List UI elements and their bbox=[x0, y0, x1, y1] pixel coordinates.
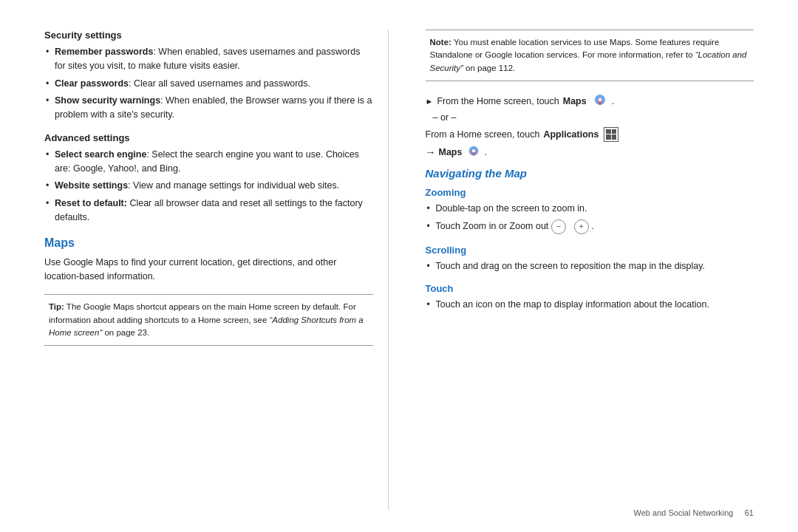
zoom-text-2: Touch Zoom in or Zoom out bbox=[436, 221, 549, 231]
touch-text: Touch an icon on the map to display info… bbox=[436, 299, 709, 310]
zooming-heading: Zooming bbox=[426, 187, 754, 198]
list-item: Select search engine: Select the search … bbox=[44, 148, 373, 176]
maps-section-heading: Maps bbox=[44, 236, 373, 250]
maps-icon-small bbox=[466, 145, 481, 160]
note-box: Note: You must enable location services … bbox=[426, 30, 754, 81]
list-item: Touch Zoom in or Zoom out − + . bbox=[426, 219, 754, 234]
arrow-symbol: → bbox=[426, 146, 436, 158]
zoom-in-icon: + bbox=[574, 219, 589, 234]
note-label: Note: bbox=[430, 38, 451, 47]
list-item: Touch and drag on the screen to repositi… bbox=[426, 259, 754, 273]
period3: . bbox=[591, 221, 593, 231]
triangle-arrow: ► bbox=[426, 97, 434, 106]
footer: Web and Social Networking 61 bbox=[634, 508, 754, 517]
left-column: Security settings Remember passwords: Wh… bbox=[44, 30, 389, 510]
arrow-maps-line: → Maps . bbox=[426, 145, 754, 160]
right-column: Note: You must enable location services … bbox=[418, 30, 754, 510]
zoom-text-1: Double-tap on the screen to zoom in. bbox=[436, 203, 587, 214]
applications-icon bbox=[604, 127, 618, 142]
list-item: Website settings: View and manage settin… bbox=[44, 179, 373, 193]
maps-description: Use Google Maps to find your current loc… bbox=[44, 256, 373, 284]
footer-text: Web and Social Networking bbox=[634, 508, 734, 517]
bullet-bold: Reset to default: bbox=[55, 198, 127, 208]
bullet-bold: Show security warnings bbox=[55, 95, 160, 106]
list-item: Clear passwords: Clear all saved usernam… bbox=[44, 77, 373, 91]
touch-heading: Touch bbox=[426, 283, 754, 294]
zoom-out-icon: − bbox=[551, 219, 566, 234]
from-home2-line: From a Home screen, touch Applications bbox=[426, 127, 754, 142]
advanced-settings-heading: Advanced settings bbox=[44, 132, 373, 143]
scroll-bullets-list: Touch and drag on the screen to repositi… bbox=[426, 259, 754, 273]
advanced-bullets-list: Select search engine: Select the search … bbox=[44, 148, 373, 225]
navigating-map-heading: Navigating the Map bbox=[426, 167, 754, 180]
list-item: Touch an icon on the map to display info… bbox=[426, 298, 754, 312]
footer-page: 61 bbox=[745, 508, 754, 517]
bullet-text: : Clear all saved usernames and password… bbox=[129, 78, 310, 89]
bullet-bold: Select search engine bbox=[55, 149, 146, 160]
period2: . bbox=[484, 147, 486, 157]
bullet-text: : View and manage settings for individua… bbox=[128, 180, 339, 191]
applications-label: Applications bbox=[543, 129, 598, 140]
from-home2-text: From a Home screen, touch bbox=[426, 129, 540, 140]
bullet-bold: Remember passwords bbox=[55, 47, 153, 57]
maps-icon bbox=[592, 93, 608, 109]
list-item: Remember passwords: When enabled, saves … bbox=[44, 45, 373, 73]
security-bullets-list: Remember passwords: When enabled, saves … bbox=[44, 45, 373, 122]
svg-point-3 bbox=[472, 149, 476, 153]
tip-label: Tip: The Google Maps shortcut appears on… bbox=[49, 302, 364, 337]
maps-arrow-label: Maps bbox=[439, 147, 463, 157]
from-home-text: From the Home screen, touch bbox=[437, 96, 559, 106]
svg-point-1 bbox=[598, 98, 601, 101]
note-text: You must enable location services to use… bbox=[430, 38, 720, 59]
scroll-text: Touch and drag on the screen to repositi… bbox=[436, 261, 706, 271]
list-item: Double-tap on the screen to zoom in. bbox=[426, 202, 754, 216]
scrolling-heading: Scrolling bbox=[426, 245, 754, 256]
maps-label: Maps bbox=[563, 96, 587, 106]
list-item: Show security warnings: When enabled, th… bbox=[44, 94, 373, 122]
bullet-bold: Website settings bbox=[55, 180, 128, 191]
from-home-line: ► From the Home screen, touch Maps . bbox=[426, 93, 754, 109]
list-item: Reset to default: Clear all browser data… bbox=[44, 197, 373, 225]
security-settings-heading: Security settings bbox=[44, 30, 373, 41]
page-container: Security settings Remember passwords: Wh… bbox=[0, 0, 798, 532]
or-line: – or – bbox=[433, 112, 754, 123]
tip-box: Tip: The Google Maps shortcut appears on… bbox=[44, 294, 373, 346]
note-page: on page 112. bbox=[463, 64, 515, 72]
bullet-bold: Clear passwords bbox=[55, 78, 129, 89]
touch-bullets-list: Touch an icon on the map to display info… bbox=[426, 298, 754, 312]
zoom-bullets-list: Double-tap on the screen to zoom in. Tou… bbox=[426, 202, 754, 234]
period: . bbox=[612, 96, 614, 106]
